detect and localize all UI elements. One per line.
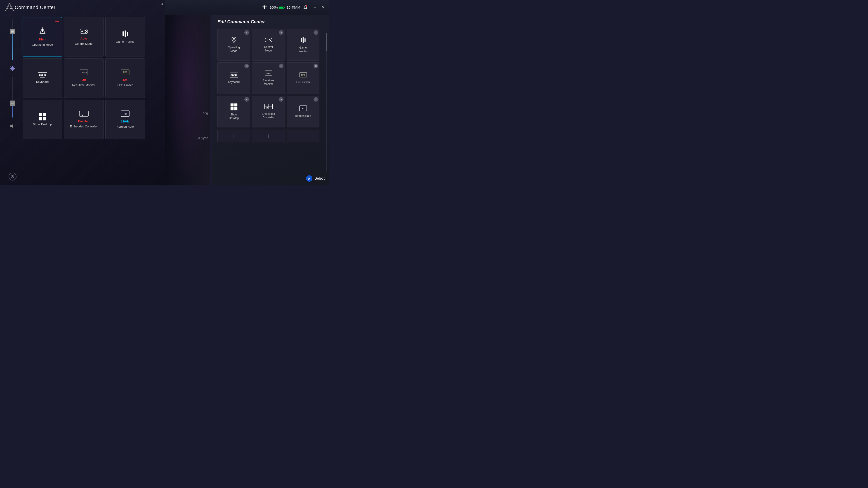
- select-button-container[interactable]: A Select: [306, 175, 324, 182]
- tile-refresh-label: Refresh Rate: [116, 125, 134, 129]
- close-game-profiles[interactable]: ✕: [313, 30, 318, 35]
- close-refresh-rate[interactable]: ✕: [313, 97, 318, 102]
- svg-rect-74: [231, 77, 237, 77]
- sidebar: [0, 15, 25, 185]
- close-embedded-controller[interactable]: ✕: [279, 97, 283, 102]
- tile-fps-limiter[interactable]: FPS Off FPS Limiter: [105, 58, 145, 98]
- time-display: 10:45AM: [287, 5, 300, 9]
- svg-rect-60: [301, 38, 302, 42]
- close-keyboard[interactable]: ✕: [244, 64, 249, 68]
- volume-icon[interactable]: [8, 122, 17, 130]
- edit-tile-show-desktop[interactable]: ✕ ShowDesktop: [217, 96, 250, 127]
- svg-rect-65: [232, 74, 233, 75]
- ep-show-desktop-icon: [230, 103, 238, 111]
- app-title: Command Center: [15, 4, 56, 10]
- svg-rect-29: [40, 75, 41, 76]
- middle-area: ...ting a Sync: [165, 15, 210, 185]
- close-realtime-monitor[interactable]: ✕: [279, 64, 283, 68]
- svg-rect-80: [230, 103, 233, 106]
- edit-tile-realtime-monitor[interactable]: ✕ INFO Real-timeMonitor: [252, 62, 285, 94]
- title-bar: ROG Command Center: [0, 0, 165, 15]
- embedded-icon: [79, 110, 89, 118]
- ep-keyboard-label: Keyboard: [228, 80, 240, 84]
- ep-control-mode-label: ControlMode: [264, 45, 273, 53]
- ep-fps-icon: FPS: [299, 72, 307, 78]
- edit-tile-embedded-controller[interactable]: ✕ EmbeddedController: [252, 96, 285, 127]
- svg-rect-73: [236, 75, 237, 76]
- notification-icon[interactable]: [303, 5, 308, 10]
- svg-rect-61: [303, 37, 303, 43]
- svg-rect-32: [45, 75, 46, 76]
- control-mode-icon: [79, 28, 89, 35]
- edit-tile-game-profiles[interactable]: ✕ GameProfiles: [287, 29, 319, 61]
- close-show-desktop[interactable]: ✕: [244, 97, 249, 102]
- tile-game-profiles[interactable]: Game Profiles: [105, 17, 145, 57]
- grid-area: 9W Silent Operating Mode: [23, 17, 164, 139]
- ep-show-desktop-label: ShowDesktop: [229, 113, 239, 120]
- edit-tile-control-mode[interactable]: ✕ ControlMode: [252, 29, 285, 61]
- ep-control-mode-icon: [264, 37, 273, 43]
- svg-text:INFO: INFO: [81, 71, 87, 74]
- svg-rect-27: [45, 74, 46, 74]
- keyboard-icon: [37, 72, 48, 78]
- tile-control-mode[interactable]: Auto Control Mode: [64, 17, 103, 57]
- tile-realtime-status: Off: [82, 78, 86, 82]
- svg-rect-81: [234, 103, 237, 106]
- close-fps-limiter[interactable]: ✕: [313, 64, 318, 68]
- add-tile-3[interactable]: +: [287, 130, 319, 142]
- tile-operating-mode-label: Operating Mode: [32, 43, 53, 47]
- tile-keyboard-label: Keyboard: [36, 80, 49, 84]
- edit-tile-operating-mode[interactable]: ✕ OperatingMode: [217, 29, 250, 61]
- svg-rect-30: [42, 75, 43, 76]
- ep-refresh-rate-icon: Hz: [299, 105, 307, 112]
- tile-embedded-controller[interactable]: Enabled Embedded Controller: [64, 100, 103, 139]
- tile-show-desktop[interactable]: Show Desktop: [23, 100, 62, 139]
- tile-control-mode-label: Control Mode: [75, 42, 92, 46]
- battery-bar: [279, 6, 284, 8]
- edit-tile-fps-limiter[interactable]: ✕ FPS FPS Limiter: [287, 62, 319, 94]
- window-controls: – ✕: [313, 5, 326, 10]
- edit-tile-keyboard[interactable]: ✕ Keyboard: [217, 62, 250, 94]
- tile-refresh-rate[interactable]: Hz 120Hz Refresh Rate: [105, 100, 145, 139]
- volume-thumb[interactable]: [10, 101, 15, 106]
- brightness-slider[interactable]: [12, 19, 13, 60]
- volume-slider[interactable]: [12, 77, 13, 118]
- svg-rect-68: [236, 74, 237, 75]
- tile-show-desktop-label: Show Desktop: [33, 123, 52, 127]
- svg-rect-66: [234, 74, 235, 75]
- add-tile-2[interactable]: +: [252, 130, 285, 142]
- close-operating-mode[interactable]: ✕: [244, 30, 249, 35]
- tile-embedded-label: Embedded Controller: [70, 125, 98, 129]
- scrollbar-thumb[interactable]: [326, 33, 327, 51]
- add-tile-1[interactable]: +: [217, 130, 250, 142]
- svg-text:FPS: FPS: [123, 71, 127, 74]
- svg-point-16: [85, 30, 86, 31]
- svg-rect-64: [230, 74, 232, 75]
- select-label: Select: [315, 176, 324, 181]
- tile-keyboard[interactable]: Keyboard: [23, 58, 62, 98]
- overlay-text-1: ...ting: [200, 111, 208, 115]
- ep-game-profiles-icon: [300, 36, 307, 44]
- system-tray: 100% 10:45AM – ✕: [165, 0, 329, 15]
- svg-text:Hz: Hz: [302, 107, 304, 110]
- edit-tile-refresh-rate[interactable]: ✕ Hz Refresh Rate: [287, 96, 319, 127]
- tile-realtime-monitor[interactable]: INFO Off Real-time Monitor: [64, 58, 103, 98]
- close-control-mode[interactable]: ✕: [279, 30, 283, 35]
- svg-point-53: [233, 38, 235, 39]
- edit-command-center-panel: Edit Command Center ✕ OperatingMode ✕ Co…: [212, 15, 329, 185]
- overlay-text-2: a Sync: [198, 136, 208, 140]
- power-icon[interactable]: [8, 173, 17, 181]
- battery-tray-item: 100%: [270, 6, 284, 9]
- svg-rect-33: [40, 77, 45, 77]
- bell-icon: [303, 5, 308, 10]
- svg-rect-19: [123, 31, 124, 36]
- svg-point-59: [270, 40, 271, 41]
- minimize-button[interactable]: –: [313, 5, 317, 10]
- brightness-thumb[interactable]: [10, 29, 15, 34]
- sparkle-icon[interactable]: [8, 64, 17, 72]
- tile-embedded-status: Enabled: [78, 120, 90, 123]
- ep-fps-label: FPS Limiter: [296, 80, 310, 84]
- close-button[interactable]: ✕: [320, 5, 326, 10]
- edit-panel-scrollbar[interactable]: [326, 33, 327, 171]
- tile-operating-mode[interactable]: 9W Silent Operating Mode: [23, 17, 62, 57]
